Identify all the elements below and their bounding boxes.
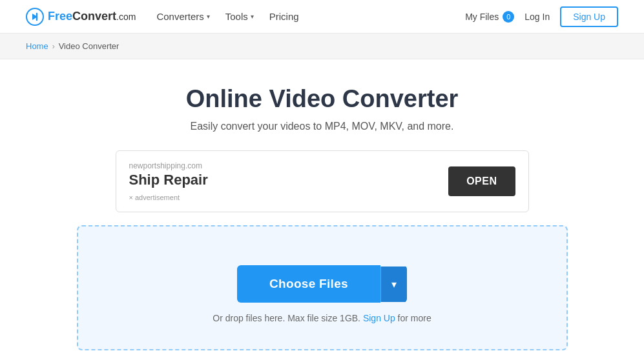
site-header: FreeConvert.com Converters ▾ Tools ▾ Pri… bbox=[0, 0, 644, 34]
my-files-label: My Files bbox=[465, 12, 499, 22]
logo-convert: Convert bbox=[72, 10, 116, 23]
nav-tools[interactable]: Tools ▾ bbox=[225, 11, 254, 22]
header-left: FreeConvert.com Converters ▾ Tools ▾ Pri… bbox=[26, 8, 299, 26]
breadcrumb-home[interactable]: Home bbox=[26, 41, 48, 51]
logo-icon bbox=[26, 8, 44, 26]
drop-signup-link[interactable]: Sign Up bbox=[363, 313, 395, 323]
drop-text-before: Or drop files here. Max file size 1GB. bbox=[213, 313, 360, 323]
ad-open-button[interactable]: OPEN bbox=[448, 166, 515, 196]
upload-zone: Choose Files ▾ Or drop files here. Max f… bbox=[77, 225, 568, 350]
my-files[interactable]: My Files 0 bbox=[465, 11, 514, 23]
ad-close[interactable]: × advertisement bbox=[129, 194, 208, 201]
ad-title: Ship Repair bbox=[129, 172, 208, 188]
drop-text: Or drop files here. Max file size 1GB. S… bbox=[213, 313, 431, 323]
choose-files-dropdown-button[interactable]: ▾ bbox=[380, 266, 407, 302]
tools-arrow-icon: ▾ bbox=[251, 13, 254, 20]
breadcrumb-separator: › bbox=[52, 42, 55, 51]
logo-text: FreeConvert.com bbox=[48, 10, 136, 23]
ad-content: newportshipping.com Ship Repair × advert… bbox=[129, 161, 208, 201]
ad-domain: newportshipping.com bbox=[129, 161, 208, 170]
page-subtitle: Easily convert your videos to MP4, MOV, … bbox=[191, 121, 454, 132]
logo-free: Free bbox=[48, 10, 72, 23]
signup-button[interactable]: Sign Up bbox=[560, 6, 618, 27]
breadcrumb: Home › Video Converter bbox=[0, 34, 644, 59]
page-title: Online Video Converter bbox=[186, 85, 459, 113]
logo-dot: .com bbox=[116, 12, 136, 22]
nav-converters[interactable]: Converters ▾ bbox=[156, 11, 209, 22]
header-right: My Files 0 Log In Sign Up bbox=[465, 6, 618, 27]
main-content: Online Video Converter Easily convert yo… bbox=[0, 59, 644, 362]
converters-arrow-icon: ▾ bbox=[207, 13, 210, 20]
main-nav: Converters ▾ Tools ▾ Pricing bbox=[156, 11, 298, 22]
advertisement-box: newportshipping.com Ship Repair × advert… bbox=[116, 150, 529, 212]
nav-pricing[interactable]: Pricing bbox=[269, 11, 299, 22]
file-count-badge: 0 bbox=[503, 11, 514, 23]
choose-files-button[interactable]: Choose Files bbox=[237, 265, 380, 303]
choose-files-wrapper: Choose Files ▾ bbox=[237, 265, 407, 303]
logo[interactable]: FreeConvert.com bbox=[26, 8, 136, 26]
drop-text-after: for more bbox=[398, 313, 431, 323]
login-button[interactable]: Log In bbox=[525, 12, 550, 22]
breadcrumb-current: Video Converter bbox=[59, 41, 119, 51]
dropdown-arrow-icon: ▾ bbox=[391, 278, 397, 290]
